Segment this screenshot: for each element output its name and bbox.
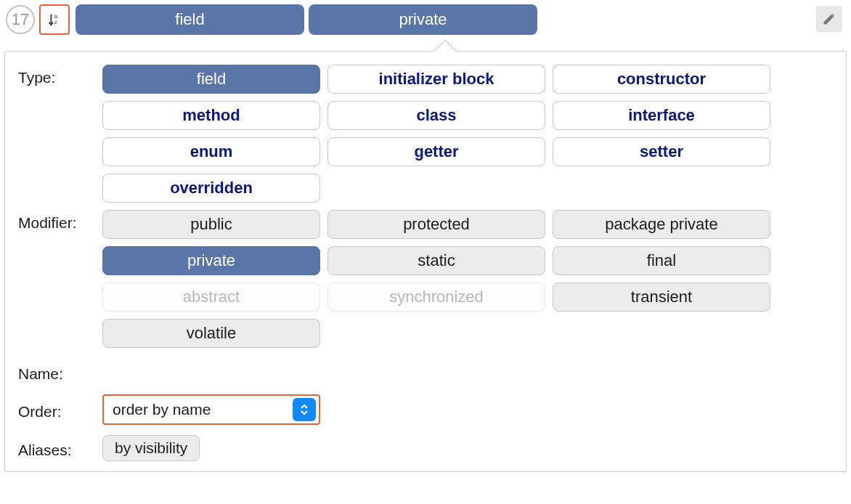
step-badge: 17	[6, 5, 35, 34]
header-chip-field[interactable]: field	[76, 4, 304, 35]
name-label: Name:	[18, 361, 102, 383]
edit-button[interactable]	[816, 6, 842, 32]
type-option-overridden[interactable]: overridden	[102, 174, 320, 203]
type-option-method[interactable]: method	[102, 101, 320, 130]
pencil-icon	[822, 12, 836, 26]
modifier-option-final[interactable]: final	[553, 246, 770, 275]
type-option-interface[interactable]: interface	[553, 101, 770, 130]
modifier-option-static[interactable]: static	[327, 246, 545, 275]
type-option-setter[interactable]: setter	[553, 137, 770, 166]
svg-text:z: z	[54, 19, 57, 25]
rule-panel: Type: fieldinitializer blockconstructorm…	[4, 51, 847, 472]
modifier-option-private[interactable]: private	[102, 246, 320, 275]
aliases-label: Aliases:	[18, 437, 102, 459]
order-select[interactable]: order by name	[102, 394, 320, 425]
alias-pill-by-visibility[interactable]: by visibility	[102, 435, 200, 461]
type-option-class[interactable]: class	[327, 101, 545, 130]
modifier-option-package-private[interactable]: package private	[553, 210, 770, 239]
type-label: Type:	[18, 65, 102, 86]
modifier-option-abstract: abstract	[102, 283, 320, 312]
type-option-constructor[interactable]: constructor	[553, 65, 770, 94]
order-select-value: order by name	[104, 401, 293, 418]
modifier-option-transient[interactable]: transient	[553, 283, 770, 312]
modifier-option-synchronized: synchronized	[327, 283, 545, 312]
order-label: Order:	[18, 399, 102, 420]
sort-az-icon: a z	[46, 12, 62, 28]
modifier-label: Modifier:	[18, 210, 102, 232]
type-option-initializer-block[interactable]: initializer block	[327, 65, 545, 94]
header-chip-private[interactable]: private	[309, 4, 537, 35]
modifier-option-volatile[interactable]: volatile	[102, 319, 320, 348]
type-option-enum[interactable]: enum	[102, 137, 320, 166]
select-stepper-icon	[293, 398, 316, 421]
type-option-field[interactable]: field	[102, 65, 320, 94]
modifier-option-public[interactable]: public	[102, 210, 320, 239]
modifier-option-protected[interactable]: protected	[327, 210, 545, 239]
sort-az-button[interactable]: a z	[39, 4, 70, 35]
type-option-getter[interactable]: getter	[327, 137, 545, 166]
